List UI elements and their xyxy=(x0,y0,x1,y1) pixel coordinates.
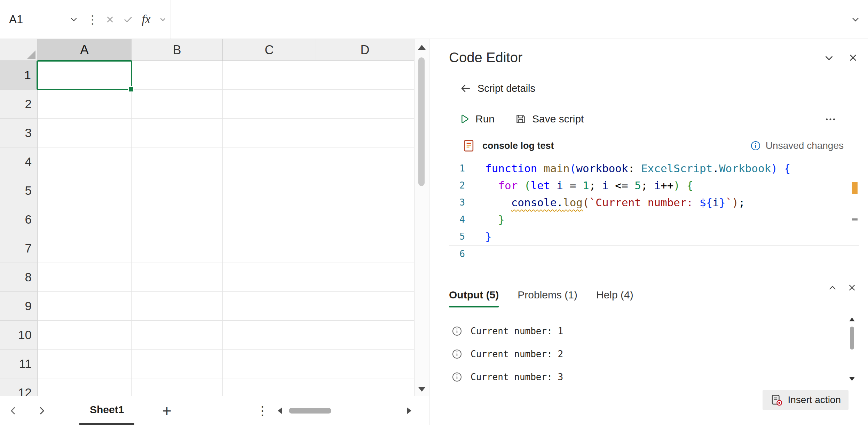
output-pane-collapse-icon[interactable] xyxy=(828,283,837,292)
column-header-B[interactable]: B xyxy=(132,39,223,61)
scroll-up-icon[interactable] xyxy=(418,45,426,50)
cell-B11[interactable] xyxy=(132,350,223,378)
cell-C4[interactable] xyxy=(223,147,316,176)
cell-C6[interactable] xyxy=(223,205,316,234)
row-header-9[interactable]: 9 xyxy=(0,292,38,321)
cell-B6[interactable] xyxy=(132,205,223,234)
cell-D2[interactable] xyxy=(316,90,414,119)
chevron-down-icon[interactable] xyxy=(155,0,171,39)
code-line-3[interactable]: 3 console.log(`Current number: ${i}`); xyxy=(449,194,859,211)
cell-B9[interactable] xyxy=(132,292,223,321)
cell-D1[interactable] xyxy=(316,61,414,90)
row-header-1[interactable]: 1 xyxy=(0,61,38,90)
vertical-scrollbar[interactable] xyxy=(414,39,429,396)
cell-C1[interactable] xyxy=(223,61,316,90)
output-pane-close-icon[interactable] xyxy=(847,283,857,292)
vertical-scrollbar-thumb[interactable] xyxy=(418,57,425,186)
cell-C10[interactable] xyxy=(223,321,316,350)
cell-A8[interactable] xyxy=(38,263,132,292)
row-header-2[interactable]: 2 xyxy=(0,90,38,119)
cell-D11[interactable] xyxy=(316,350,414,378)
row-header-6[interactable]: 6 xyxy=(0,205,38,234)
cell-D12[interactable] xyxy=(316,378,414,396)
confirm-entry-icon[interactable] xyxy=(119,0,137,39)
insert-action-button[interactable]: Insert action xyxy=(763,390,849,410)
cell-C3[interactable] xyxy=(223,119,316,147)
cell-A12[interactable] xyxy=(38,378,132,396)
row-header-4[interactable]: 4 xyxy=(0,147,38,176)
sheet-tab-sheet1[interactable]: Sheet1 xyxy=(79,396,134,425)
cell-C8[interactable] xyxy=(223,263,316,292)
fill-handle[interactable] xyxy=(128,86,134,92)
cell-C12[interactable] xyxy=(223,378,316,396)
cell-D5[interactable] xyxy=(316,176,414,205)
panel-close-icon[interactable] xyxy=(848,53,858,63)
add-sheet-button[interactable]: + xyxy=(162,403,172,419)
more-options-icon[interactable] xyxy=(824,113,837,126)
horizontal-scrollbar-thumb[interactable] xyxy=(289,408,331,414)
cell-B5[interactable] xyxy=(132,176,223,205)
scroll-down-icon[interactable] xyxy=(418,387,426,392)
cell-B12[interactable] xyxy=(132,378,223,396)
row-header-3[interactable]: 3 xyxy=(0,119,38,147)
cell-C2[interactable] xyxy=(223,90,316,119)
row-header-12[interactable]: 12 xyxy=(0,378,38,396)
sheet-options-icon[interactable]: ⋮ xyxy=(256,403,269,418)
insert-function-button[interactable]: fx xyxy=(137,0,155,39)
row-header-10[interactable]: 10 xyxy=(0,321,38,350)
cell-A3[interactable] xyxy=(38,119,132,147)
horizontal-scrollbar[interactable] xyxy=(275,396,414,425)
cell-C9[interactable] xyxy=(223,292,316,321)
cell-B4[interactable] xyxy=(132,147,223,176)
cell-A11[interactable] xyxy=(38,350,132,378)
prev-sheet-icon[interactable] xyxy=(8,405,19,416)
row-header-8[interactable]: 8 xyxy=(0,263,38,292)
scroll-right-icon[interactable] xyxy=(407,407,411,414)
cell-C11[interactable] xyxy=(223,350,316,378)
row-header-11[interactable]: 11 xyxy=(0,350,38,378)
cell-A1[interactable] xyxy=(38,61,132,90)
code-line-4[interactable]: 4 } xyxy=(449,211,859,228)
back-to-script-details[interactable]: Script details xyxy=(460,79,535,98)
code-editor[interactable]: 1function main(workbook: ExcelScript.Wor… xyxy=(449,157,859,275)
column-header-D[interactable]: D xyxy=(316,39,414,61)
formula-bar-expand-icon[interactable] xyxy=(843,0,868,39)
run-icon[interactable] xyxy=(459,113,470,125)
cell-B8[interactable] xyxy=(132,263,223,292)
scroll-down-icon[interactable] xyxy=(849,377,855,381)
cell-C5[interactable] xyxy=(223,176,316,205)
cell-B2[interactable] xyxy=(132,90,223,119)
output-scrollbar[interactable] xyxy=(849,318,855,381)
select-all-corner[interactable] xyxy=(0,39,38,61)
cell-B1[interactable] xyxy=(132,61,223,90)
scroll-up-icon[interactable] xyxy=(849,318,855,321)
tab-problems[interactable]: Problems (1) xyxy=(518,289,577,307)
formula-input[interactable] xyxy=(171,0,843,39)
save-script-button[interactable]: Save script xyxy=(532,113,584,125)
row-header-7[interactable]: 7 xyxy=(0,234,38,263)
name-box[interactable]: A1 xyxy=(0,0,84,39)
cell-D6[interactable] xyxy=(316,205,414,234)
cell-A6[interactable] xyxy=(38,205,132,234)
cell-A9[interactable] xyxy=(38,292,132,321)
cancel-entry-icon[interactable] xyxy=(101,0,119,39)
tab-help[interactable]: Help (4) xyxy=(596,289,633,307)
next-sheet-icon[interactable] xyxy=(36,405,47,416)
cell-B7[interactable] xyxy=(132,234,223,263)
code-line-1[interactable]: 1function main(workbook: ExcelScript.Wor… xyxy=(449,160,859,177)
cell-B10[interactable] xyxy=(132,321,223,350)
cell-C7[interactable] xyxy=(223,234,316,263)
code-line-2[interactable]: 2 for (let i = 1; i <= 5; i++) { xyxy=(449,177,859,194)
cell-A5[interactable] xyxy=(38,176,132,205)
column-header-C[interactable]: C xyxy=(223,39,316,61)
run-button[interactable]: Run xyxy=(475,113,495,125)
cell-A10[interactable] xyxy=(38,321,132,350)
cell-D4[interactable] xyxy=(316,147,414,176)
code-line-6[interactable]: 6 xyxy=(449,245,859,262)
cell-D9[interactable] xyxy=(316,292,414,321)
cell-D8[interactable] xyxy=(316,263,414,292)
scroll-left-icon[interactable] xyxy=(278,407,282,414)
cell-A2[interactable] xyxy=(38,90,132,119)
cell-A4[interactable] xyxy=(38,147,132,176)
code-line-5[interactable]: 5} xyxy=(449,228,859,245)
